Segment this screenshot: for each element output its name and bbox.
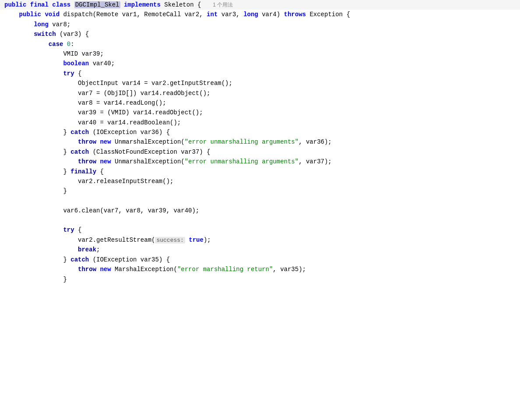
code-line: [0, 215, 520, 225]
token-plain: dispatch(Remote var1, RemoteCall var2,: [60, 11, 207, 18]
line-content: ObjectInput var14 = var2.getInputStream(…: [0, 78, 520, 88]
token-plain: );: [204, 236, 211, 244]
token-plain: }: [4, 129, 70, 136]
token-kw: void: [45, 11, 60, 18]
token-plain: [4, 60, 63, 67]
token-plain: VMID var39;: [4, 50, 104, 57]
token-plain: UnmarshalException(: [111, 158, 185, 165]
code-line: boolean var40;: [0, 59, 520, 68]
line-content: throw new UnmarshalException("error unma…: [0, 137, 520, 147]
token-plain: , var37);: [299, 158, 332, 165]
line-content: boolean var40;: [0, 59, 520, 68]
token-plain: [120, 1, 124, 8]
token-plain: var39 = (VMID) var14.readObject();: [4, 109, 203, 116]
token-ctrl: try: [63, 226, 74, 233]
token-plain: }: [4, 187, 67, 194]
token-plain: ObjectInput var14 = var2.getInputStream(…: [4, 80, 232, 87]
line-content: }: [0, 275, 520, 284]
line-content: break;: [0, 245, 520, 254]
line-content: try {: [0, 69, 520, 78]
token-kw: final: [30, 1, 49, 8]
code-line: case 0:: [0, 39, 520, 49]
token-plain: var6.clean(var7, var8, var39, var40);: [4, 207, 199, 214]
usage-hint[interactable]: 1 个用法: [213, 2, 233, 8]
code-line: } catch (IOException var36) {: [0, 127, 520, 137]
token-kw: implements: [124, 1, 161, 8]
token-plain: }: [4, 276, 67, 283]
token-plain: var7 = (ObjID[]) var14.readObject();: [4, 90, 210, 97]
line-content: var39 = (VMID) var14.readObject();: [0, 108, 520, 117]
line-content: case 0:: [0, 39, 520, 49]
code-line: throw new MarshalException("error marsha…: [0, 265, 520, 274]
token-kw: public: [4, 1, 26, 8]
code-line: throw new UnmarshalException("error unma…: [0, 137, 520, 147]
token-kw: new: [100, 266, 111, 273]
token-plain: Exception {: [306, 11, 350, 18]
token-plain: [4, 31, 34, 38]
token-plain: var40;: [89, 60, 115, 67]
token-kw: long: [34, 21, 49, 28]
token-num: 0: [67, 41, 70, 48]
token-ctrl: catch: [70, 148, 89, 155]
token-plain: {: [96, 168, 104, 175]
line-content: public final class DGCImpl_Skel implemen…: [0, 0, 520, 10]
code-line: [0, 196, 520, 206]
code-line: VMID var39;: [0, 49, 520, 59]
token-plain: (IOException var36) {: [89, 129, 170, 136]
code-line: public void dispatch(Remote var1, Remote…: [0, 10, 520, 19]
token-plain: }: [4, 168, 70, 175]
line-content: var2.releaseInputStream();: [0, 176, 520, 186]
line-content: } catch (IOException var35) {: [0, 255, 520, 265]
code-line: break;: [0, 245, 520, 254]
code-line: var39 = (VMID) var14.readObject();: [0, 108, 520, 117]
token-ctrl: try: [63, 70, 74, 77]
token-str: "error unmarshalling arguments": [185, 138, 299, 145]
line-content: var2.getResultStream(success: true);: [0, 235, 520, 245]
line-content: var6.clean(var7, var8, var39, var40);: [0, 206, 520, 215]
line-content: throw new UnmarshalException("error unma…: [0, 157, 520, 166]
token-kw: long: [243, 11, 258, 18]
token-kw: throws: [284, 11, 306, 18]
code-line: public final class DGCImpl_Skel implemen…: [0, 0, 520, 10]
token-ctrl: case: [49, 41, 63, 48]
token-kw: new: [100, 158, 111, 165]
token-plain: [70, 1, 74, 8]
token-plain: var4): [258, 11, 284, 18]
token-plain: (IOException var35) {: [89, 256, 170, 263]
token-plain: , var36);: [299, 138, 332, 145]
token-plain: [4, 11, 19, 18]
token-plain: [4, 158, 78, 165]
code-line: } catch (ClassNotFoundException var37) {: [0, 147, 520, 157]
token-plain: var8 = var14.readLong();: [4, 99, 166, 106]
token-plain: [4, 70, 63, 77]
code-line: switch (var3) {: [0, 29, 520, 39]
token-kw: new: [100, 138, 111, 145]
token-plain: }: [4, 148, 70, 155]
code-line: long var8;: [0, 20, 520, 29]
token-ctrl: throw: [78, 138, 96, 145]
line-content: switch (var3) {: [0, 29, 520, 39]
code-line: var8 = var14.readLong();: [0, 98, 520, 108]
token-plain: [4, 138, 78, 145]
token-plain: var40 = var14.readBoolean();: [4, 119, 181, 126]
token-ctrl: finally: [70, 168, 96, 175]
token-plain: Skeleton {: [161, 1, 208, 8]
token-ctrl: break: [78, 246, 96, 253]
line-content: VMID var39;: [0, 49, 520, 59]
code-line: var7 = (ObjID[]) var14.readObject();: [0, 88, 520, 98]
code-line: try {: [0, 225, 520, 235]
code-line: var40 = var14.readBoolean();: [0, 118, 520, 127]
token-plain: (ClassNotFoundException var37) {: [89, 148, 210, 155]
token-str: "error marshalling return": [177, 266, 273, 273]
param-hint: success:: [155, 237, 185, 244]
token-plain: var8;: [49, 21, 70, 28]
code-line: throw new UnmarshalException("error unma…: [0, 157, 520, 166]
token-plain: (var3) {: [56, 31, 89, 38]
line-content: try {: [0, 225, 520, 235]
token-plain: }: [4, 256, 70, 263]
token-kw: class: [52, 1, 70, 8]
token-kw: boolean: [63, 60, 89, 67]
token-plain: var2.getResultStream(: [4, 236, 155, 244]
token-plain: var3,: [218, 11, 243, 18]
token-plain: {: [74, 226, 82, 233]
